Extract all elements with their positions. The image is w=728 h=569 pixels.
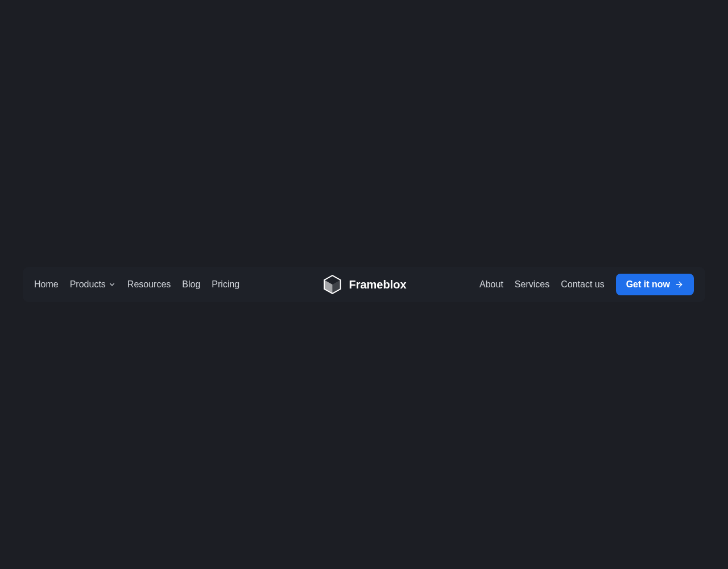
chevron-down-icon <box>108 281 116 288</box>
arrow-right-icon <box>675 280 684 289</box>
nav-products[interactable]: Products <box>70 279 116 290</box>
nav-contact[interactable]: Contact us <box>561 279 604 290</box>
nav-blog-label: Blog <box>182 279 200 290</box>
logo-icon <box>321 274 343 295</box>
nav-home-label: Home <box>34 279 59 290</box>
brand[interactable]: Frameblox <box>321 274 406 295</box>
nav-services[interactable]: Services <box>515 279 549 290</box>
cta-button[interactable]: Get it now <box>616 274 694 295</box>
nav-pricing[interactable]: Pricing <box>212 279 239 290</box>
brand-name: Frameblox <box>349 278 406 291</box>
nav-contact-label: Contact us <box>561 279 604 290</box>
nav-resources[interactable]: Resources <box>127 279 171 290</box>
nav-about-label: About <box>479 279 503 290</box>
nav-products-label: Products <box>70 279 106 290</box>
nav-resources-label: Resources <box>127 279 171 290</box>
nav-services-label: Services <box>515 279 549 290</box>
nav-right: About Services Contact us Get it now <box>479 274 694 295</box>
nav-left: Home Products Resources Blog Pricing <box>34 279 239 290</box>
cta-label: Get it now <box>626 279 670 290</box>
nav-blog[interactable]: Blog <box>182 279 200 290</box>
nav-about[interactable]: About <box>479 279 503 290</box>
navbar: Home Products Resources Blog Pricing <box>23 267 705 302</box>
nav-pricing-label: Pricing <box>212 279 239 290</box>
nav-home[interactable]: Home <box>34 279 59 290</box>
